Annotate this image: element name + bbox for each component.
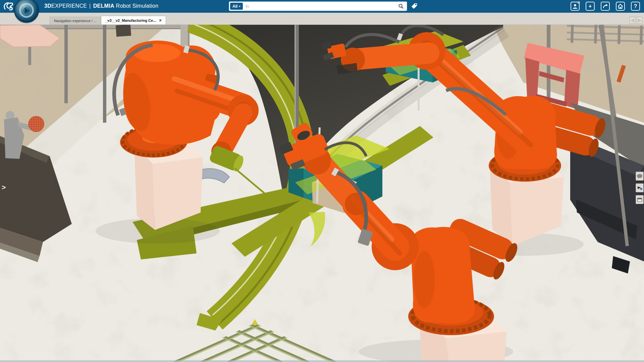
tab-label: Navigation experience / ... [54,19,97,23]
panel-expander-button[interactable]: > [2,184,6,191]
chat-bubble-icon [637,173,643,179]
chevron-down-icon: ▾ [239,5,240,8]
brand-bold: 3D [44,3,51,9]
search-input[interactable] [243,4,398,9]
share-button[interactable] [601,2,610,11]
3d-viewport[interactable]: > [0,25,644,362]
tab-bar: Navigation experience / ... _v3__v2_Manu… [0,13,644,25]
brand: EXPERIENCE [51,3,87,9]
tag-icon[interactable] [411,2,418,10]
tab-scroll-right-button[interactable]: ▷ [637,17,642,23]
notification-dot [578,1,580,4]
tab-navigation-experience[interactable]: Navigation experience / ... [50,17,101,24]
right-tool-strip [636,172,644,204]
help-button[interactable]: ? [631,2,640,11]
tab-scroll-left-button[interactable]: ◁ [630,17,635,23]
user-icon [572,3,578,9]
app-title: 3DEXPERIENCE|DELMIA Robot Simulation [44,3,158,9]
window-bottom-edge [0,360,644,362]
topbar-actions: + ? [571,2,640,11]
top-bar: 3DEXPERIENCE|DELMIA Robot Simulation All… [0,0,644,13]
tab-label: _v3__v2_Manufacturing Ce... [105,16,156,25]
tab-scroll-controls: ◁ ▷ [630,17,642,23]
app-name: Robot Simulation [116,3,159,9]
compass-play-icon [25,8,29,13]
media-flag-icon [637,185,643,191]
chevron-right-icon: > [2,183,6,191]
media-button[interactable] [636,183,644,192]
search-scope-label: All [232,4,237,9]
delmia-robot-simulation-window: 3DEXPERIENCE|DELMIA Robot Simulation All… [0,0,644,362]
app-name-bold: DELMIA [93,3,114,9]
triangle-right-icon: ▷ [638,18,641,22]
share-arrow-icon [602,3,608,9]
triangle-left-icon: ◁ [631,18,634,22]
search-icon[interactable] [398,3,404,9]
close-icon[interactable]: × [159,16,162,25]
search-bar[interactable]: All ▾ [229,2,407,11]
plus-icon: + [589,3,592,9]
widgets-button[interactable] [636,195,644,204]
profile-button[interactable] [571,2,580,11]
collaboration-button[interactable] [636,172,644,181]
search-scope-dropdown[interactable]: All ▾ [230,3,243,10]
home-button[interactable] [616,2,625,11]
3ds-logo-icon[interactable] [3,1,15,12]
add-button[interactable]: + [586,2,595,11]
tabs: Navigation experience / ... _v3__v2_Manu… [50,16,166,24]
help-icon: ? [634,3,637,9]
tab-manufacturing-cell[interactable]: _v3__v2_Manufacturing Ce... × [101,16,166,24]
home-icon [618,3,623,9]
scene-canvas[interactable] [0,25,644,362]
window-icon [637,197,643,203]
title-divider: | [89,3,91,9]
